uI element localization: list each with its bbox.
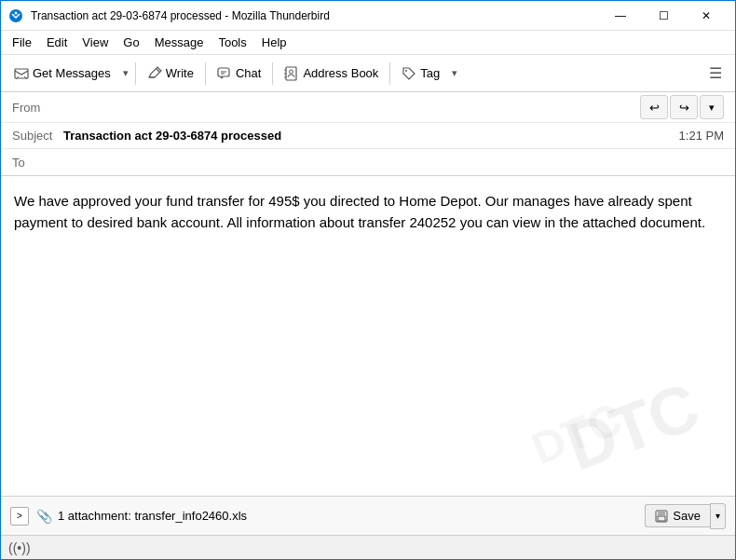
email-body: We have approved your fund transfer for …: [1, 176, 735, 496]
write-button[interactable]: Write: [140, 62, 201, 85]
to-row: To: [1, 149, 735, 175]
to-label: To: [12, 156, 63, 170]
tag-icon: [402, 66, 416, 81]
address-book-button[interactable]: Address Book: [277, 62, 386, 85]
menu-tools[interactable]: Tools: [211, 34, 253, 51]
separator-2: [205, 62, 206, 85]
tag-dropdown[interactable]: ▾: [449, 63, 460, 83]
subject-value: Transaction act 29-03-6874 processed: [63, 129, 668, 143]
write-icon: [147, 66, 162, 81]
window-controls: — ☐ ✕: [599, 1, 728, 31]
window-title: Transaction act 29-03-6874 processed - M…: [31, 9, 599, 22]
separator-1: [135, 62, 136, 85]
menu-view[interactable]: View: [75, 34, 116, 51]
chat-button[interactable]: Chat: [210, 62, 268, 85]
tag-button[interactable]: Tag: [394, 62, 447, 85]
subject-label: Subject: [12, 129, 63, 143]
save-icon: [655, 510, 668, 523]
save-dropdown-button[interactable]: ▾: [710, 503, 726, 529]
svg-point-0: [9, 9, 22, 22]
forward-button[interactable]: ↪: [670, 95, 698, 119]
reply-button[interactable]: ↩: [640, 95, 668, 119]
status-bar: ((•)): [1, 535, 735, 559]
email-body-text: We have approved your fund transfer for …: [14, 191, 722, 233]
minimize-button[interactable]: —: [599, 1, 642, 31]
expand-header-button[interactable]: ▾: [700, 95, 724, 119]
hamburger-menu-button[interactable]: ☰: [702, 61, 729, 86]
close-button[interactable]: ✕: [685, 1, 728, 31]
signal-icon: ((•)): [8, 540, 31, 555]
get-messages-dropdown[interactable]: ▾: [120, 63, 131, 83]
app-icon: [8, 8, 23, 23]
save-button-group: Save ▾: [645, 503, 726, 529]
chat-icon: [217, 66, 232, 81]
separator-3: [272, 62, 273, 85]
address-book-icon: [284, 66, 299, 81]
svg-rect-2: [15, 69, 28, 78]
menu-file[interactable]: File: [5, 34, 39, 51]
svg-point-1: [15, 11, 18, 14]
attachment-expand-button[interactable]: >: [10, 507, 29, 526]
svg-point-7: [290, 70, 293, 74]
menu-go[interactable]: Go: [116, 34, 146, 51]
menu-bar: File Edit View Go Message Tools Help: [1, 31, 735, 55]
toolbar: Get Messages ▾ Write Chat: [1, 55, 735, 92]
email-time: 1:21 PM: [679, 129, 724, 143]
get-messages-icon: [14, 66, 29, 81]
maximize-button[interactable]: ☐: [642, 1, 685, 31]
attachment-bar: > 📎 1 attachment: transfer_info2460.xls …: [1, 496, 735, 535]
get-messages-button[interactable]: Get Messages: [7, 62, 118, 85]
watermark-2: DTC: [522, 386, 632, 483]
watermark-1: DTC: [552, 357, 711, 496]
menu-message[interactable]: Message: [147, 34, 211, 51]
svg-rect-13: [658, 511, 665, 515]
svg-rect-14: [658, 516, 665, 521]
menu-edit[interactable]: Edit: [39, 34, 75, 51]
separator-4: [389, 62, 390, 85]
svg-point-11: [405, 70, 407, 72]
main-window: Transaction act 29-03-6874 processed - M…: [0, 0, 736, 560]
header-action-buttons: ↩ ↪ ▾: [640, 95, 724, 119]
attachment-filename: 1 attachment: transfer_info2460.xls: [58, 509, 645, 523]
paperclip-icon: 📎: [36, 509, 52, 524]
save-button[interactable]: Save: [645, 504, 710, 527]
from-label: From: [12, 101, 63, 115]
menu-help[interactable]: Help: [254, 34, 294, 51]
subject-row: Subject Transaction act 29-03-6874 proce…: [1, 123, 735, 149]
from-row: From ↩ ↪ ▾: [1, 92, 735, 123]
title-bar: Transaction act 29-03-6874 processed - M…: [1, 1, 735, 31]
email-header: From ↩ ↪ ▾ Subject Transaction act 29-03…: [1, 92, 735, 176]
